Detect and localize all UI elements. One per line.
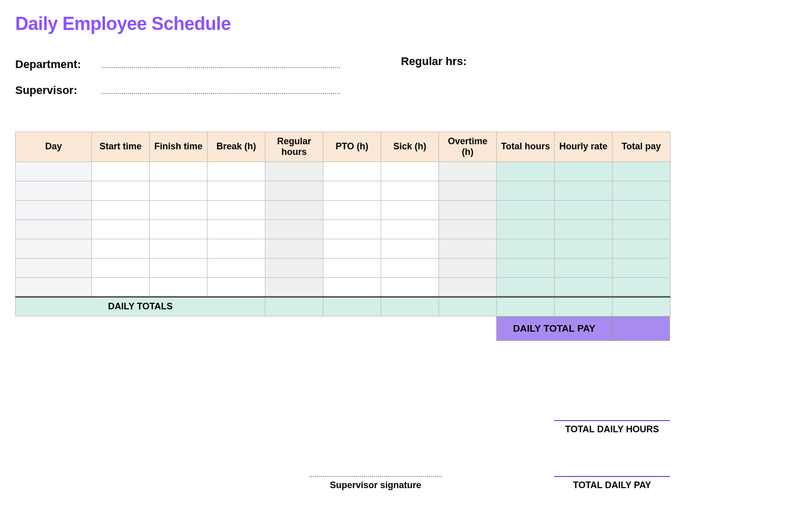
cell-pto[interactable] (323, 219, 381, 239)
cell-pto[interactable] (323, 277, 381, 297)
cell-total-pay[interactable] (613, 200, 670, 219)
cell-regular-hours[interactable] (265, 162, 323, 181)
cell-finish-time[interactable] (150, 162, 208, 181)
cell-overtime[interactable] (439, 219, 497, 239)
supervisor-input-line[interactable] (101, 80, 340, 93)
cell-total-hours[interactable] (497, 200, 555, 219)
cell-sick[interactable] (381, 277, 439, 297)
cell-break[interactable] (208, 200, 265, 219)
table-row (16, 239, 670, 258)
cell-total-hours[interactable] (497, 162, 555, 181)
cell-day[interactable] (16, 239, 92, 258)
regular-hrs-label: Regular hrs: (401, 55, 477, 68)
cell-start-time[interactable] (92, 258, 150, 277)
cell-day[interactable] (16, 277, 92, 297)
cell-total-pay[interactable] (613, 239, 670, 258)
cell-hourly-rate[interactable] (555, 200, 613, 219)
totals-hourly-rate (555, 297, 613, 316)
supervisor-label: Supervisor: (15, 84, 91, 97)
cell-total-hours[interactable] (497, 181, 555, 200)
cell-overtime[interactable] (439, 239, 497, 258)
page-title: Daily Employee Schedule (15, 13, 797, 35)
cell-total-pay[interactable] (613, 162, 670, 181)
totals-regular-hours (265, 297, 323, 316)
table-row (16, 181, 670, 200)
cell-sick[interactable] (381, 219, 439, 239)
cell-start-time[interactable] (92, 277, 150, 297)
cell-total-hours[interactable] (497, 219, 555, 239)
cell-start-time[interactable] (92, 162, 150, 181)
cell-day[interactable] (16, 258, 92, 277)
cell-sick[interactable] (381, 162, 439, 181)
cell-sick[interactable] (381, 239, 439, 258)
daily-totals-row: DAILY TOTALS (16, 297, 670, 316)
cell-hourly-rate[interactable] (555, 239, 613, 258)
cell-finish-time[interactable] (150, 239, 208, 258)
cell-break[interactable] (208, 181, 265, 200)
cell-pto[interactable] (323, 239, 381, 258)
cell-regular-hours[interactable] (265, 181, 323, 200)
daily-total-pay-label: DAILY TOTAL PAY (496, 316, 612, 341)
cell-sick[interactable] (381, 258, 439, 277)
cell-overtime[interactable] (439, 258, 497, 277)
cell-hourly-rate[interactable] (555, 258, 613, 277)
table-row (16, 162, 670, 181)
cell-regular-hours[interactable] (265, 239, 323, 258)
cell-overtime[interactable] (439, 162, 497, 181)
cell-finish-time[interactable] (150, 277, 208, 297)
department-input-line[interactable] (101, 55, 340, 68)
cell-pto[interactable] (323, 181, 381, 200)
cell-sick[interactable] (381, 181, 439, 200)
cell-hourly-rate[interactable] (555, 181, 613, 200)
cell-start-time[interactable] (92, 239, 150, 258)
cell-regular-hours[interactable] (265, 277, 323, 297)
daily-totals-label: DAILY TOTALS (16, 297, 265, 316)
cell-break[interactable] (208, 219, 265, 239)
cell-hourly-rate[interactable] (555, 219, 613, 239)
cell-break[interactable] (208, 162, 265, 181)
cell-start-time[interactable] (92, 181, 150, 200)
cell-break[interactable] (208, 258, 265, 277)
cell-start-time[interactable] (92, 219, 150, 239)
department-row: Department: (15, 55, 340, 71)
cell-pto[interactable] (323, 200, 381, 219)
cell-regular-hours[interactable] (265, 258, 323, 277)
cell-break[interactable] (208, 239, 265, 258)
cell-finish-time[interactable] (150, 181, 208, 200)
total-daily-pay-group: TOTAL DAILY PAY (554, 476, 670, 491)
cell-hourly-rate[interactable] (555, 277, 613, 297)
cell-overtime[interactable] (439, 200, 497, 219)
cell-day[interactable] (16, 200, 92, 219)
totals-total-pay (613, 297, 670, 316)
cell-total-pay[interactable] (613, 258, 670, 277)
cell-day[interactable] (16, 181, 92, 200)
cell-finish-time[interactable] (150, 200, 208, 219)
table-row (16, 258, 670, 277)
th-start-time: Start time (92, 132, 150, 162)
cell-total-hours[interactable] (497, 258, 555, 277)
cell-finish-time[interactable] (150, 258, 208, 277)
cell-total-pay[interactable] (613, 277, 670, 297)
cell-total-hours[interactable] (497, 239, 555, 258)
cell-day[interactable] (16, 219, 92, 239)
cell-total-pay[interactable] (613, 219, 670, 239)
cell-break[interactable] (208, 277, 265, 297)
cell-regular-hours[interactable] (265, 200, 323, 219)
cell-overtime[interactable] (439, 181, 497, 200)
cell-sick[interactable] (381, 200, 439, 219)
cell-pto[interactable] (323, 258, 381, 277)
cell-overtime[interactable] (439, 277, 497, 297)
table-row (16, 219, 670, 239)
cell-total-hours[interactable] (497, 277, 555, 297)
cell-total-pay[interactable] (613, 181, 670, 200)
cell-regular-hours[interactable] (265, 219, 323, 239)
schedule-table: Day Start time Finish time Break (h) Reg… (15, 132, 670, 316)
supervisor-signature-line[interactable] (310, 476, 442, 477)
cell-finish-time[interactable] (150, 219, 208, 239)
cell-start-time[interactable] (92, 200, 150, 219)
cell-pto[interactable] (323, 162, 381, 181)
cell-hourly-rate[interactable] (555, 162, 613, 181)
cell-day[interactable] (16, 162, 92, 181)
th-pto: PTO (h) (323, 132, 381, 162)
th-regular-hours: Regular hours (265, 132, 323, 162)
